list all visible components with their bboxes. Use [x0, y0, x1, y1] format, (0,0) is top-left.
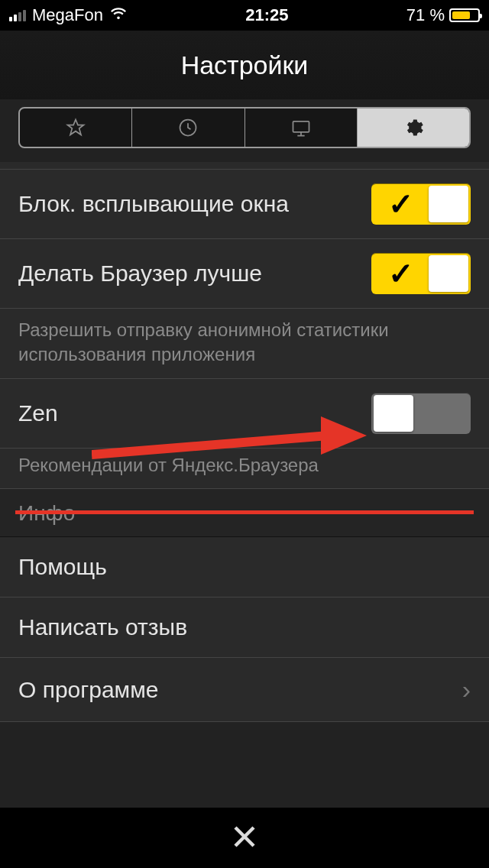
row-improve-browser: Делать Браузер лучше ✓ — [0, 239, 489, 309]
check-icon: ✓ — [388, 256, 414, 291]
row-block-popups: Блок. всплывающие окна ✓ — [0, 170, 489, 239]
status-bar: MegaFon 21:25 71 % — [0, 0, 489, 31]
close-button[interactable] — [231, 823, 258, 853]
block-popups-label: Блок. всплывающие окна — [18, 191, 289, 217]
clock-label: 21:25 — [245, 5, 288, 25]
about-label: О программе — [18, 677, 159, 703]
zen-description: Рекомендации от Яндекс.Браузера — [0, 449, 489, 488]
row-about[interactable]: О программе › — [0, 658, 489, 722]
improve-browser-label: Делать Браузер лучше — [18, 261, 262, 287]
settings-content: Блок. всплывающие окна ✓ Делать Браузер … — [0, 162, 489, 722]
zen-label: Zen — [18, 400, 58, 426]
zen-toggle[interactable] — [371, 393, 471, 434]
help-label: Помощь — [18, 554, 107, 580]
wifi-icon — [109, 4, 128, 27]
row-help[interactable]: Помощь — [0, 537, 489, 598]
improve-browser-description: Разрешить отправку анонимной статистики … — [0, 309, 489, 378]
tab-devices[interactable] — [245, 108, 358, 147]
page-title: Настройки — [181, 50, 309, 80]
check-icon: ✓ — [388, 186, 414, 222]
page-header: Настройки — [0, 31, 489, 99]
row-zen: Zen — [0, 379, 489, 449]
tab-settings[interactable] — [358, 108, 469, 147]
improve-browser-toggle[interactable]: ✓ — [371, 253, 471, 294]
tab-favorites[interactable] — [20, 108, 132, 147]
signal-icon — [9, 10, 26, 21]
battery-icon — [449, 8, 480, 22]
battery-percent-label: 71 % — [406, 5, 445, 25]
bottom-bar — [0, 807, 489, 868]
chevron-right-icon: › — [462, 675, 471, 704]
svg-rect-1 — [293, 121, 309, 132]
row-feedback[interactable]: Написать отзыв — [0, 598, 489, 658]
block-popups-toggle[interactable]: ✓ — [371, 183, 471, 225]
tab-history[interactable] — [132, 108, 244, 147]
tab-bar — [18, 107, 471, 148]
feedback-label: Написать отзыв — [18, 614, 187, 640]
carrier-label: MegaFon — [32, 5, 103, 25]
annotation-underline — [15, 510, 474, 514]
